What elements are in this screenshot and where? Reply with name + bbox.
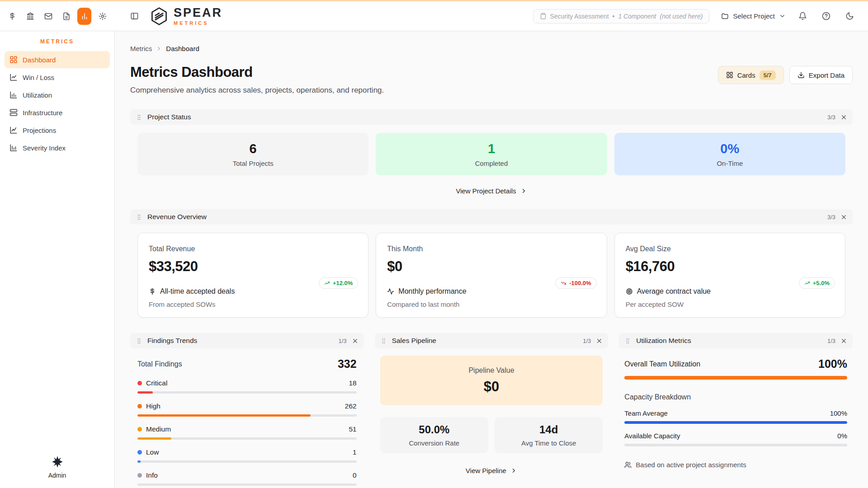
utilization-footnote: Based on active project assignments: [636, 461, 746, 469]
dark-mode-moon-icon[interactable]: [841, 8, 858, 25]
severity-count: 0: [353, 471, 357, 479]
settings-gear-icon[interactable]: [95, 8, 109, 25]
drag-handle-icon[interactable]: [136, 214, 142, 221]
cards-button[interactable]: Cards 5/7: [718, 66, 784, 84]
section-title: Findings Trends: [147, 337, 197, 345]
sidebar-item-label: Win / Loss: [23, 74, 54, 81]
severity-bar-track: [137, 437, 357, 440]
completed-value: 1: [488, 141, 495, 156]
severity-count: 51: [349, 425, 356, 433]
avg-time-to-close-card: 14d Avg Time to Close: [495, 417, 603, 453]
project-selector[interactable]: Select Project: [721, 12, 786, 20]
breadcrumb-root[interactable]: Metrics: [130, 45, 152, 52]
export-button-label: Export Data: [809, 71, 844, 79]
finding-row-info: Info 0: [137, 471, 357, 486]
severity-count: 262: [345, 402, 357, 410]
capacity-value: 0%: [837, 432, 847, 440]
spear-logo-mark-icon: [149, 6, 169, 26]
bank-icon[interactable]: [24, 8, 38, 25]
notifications-bell-icon[interactable]: [794, 8, 811, 25]
findings-trends-panel: Findings Trends 1/3 Total Findings 332: [130, 333, 364, 486]
dashboard-grid-icon: [9, 56, 18, 64]
sidebar-item-label: Utilization: [23, 91, 52, 99]
findings-trends-header: Findings Trends 1/3: [130, 333, 364, 348]
sidebar-item-dashboard[interactable]: Dashboard: [5, 51, 110, 68]
sidebar-item-label: Projections: [23, 127, 56, 134]
export-data-button[interactable]: Export Data: [789, 66, 853, 84]
severity-label: Info: [146, 471, 158, 479]
view-pipeline-link[interactable]: View Pipeline: [380, 467, 603, 474]
metrics-chart-icon[interactable]: [77, 8, 91, 25]
sales-dollar-icon[interactable]: [5, 8, 19, 25]
on-time-card: 0% On-Time: [614, 133, 845, 175]
capacity-label: Team Average: [624, 409, 668, 417]
section-counter: 3/3: [827, 114, 835, 121]
total-findings-value: 332: [338, 357, 357, 371]
clipboard-icon: [540, 13, 547, 19]
severity-count: 1: [353, 448, 357, 456]
sidebar-toggle-icon[interactable]: [126, 8, 143, 25]
severity-bar-track: [137, 391, 357, 394]
trending-up-icon: [324, 280, 330, 286]
sidebar-item-projections[interactable]: Projections: [5, 122, 110, 139]
mail-icon[interactable]: [42, 8, 56, 25]
drag-handle-icon[interactable]: [380, 338, 387, 344]
sidebar-item-infrastructure[interactable]: Infrastructure: [5, 104, 110, 121]
chevron-down-icon: [779, 13, 786, 19]
completed-label: Completed: [475, 160, 508, 167]
sidebar-item-utilization[interactable]: Utilization: [5, 86, 110, 103]
avatar: [51, 455, 64, 468]
section-counter: 1/3: [339, 338, 347, 344]
assessment-context-pill[interactable]: Security Assessment • 1 Component (not u…: [533, 9, 710, 23]
drag-handle-icon[interactable]: [624, 338, 631, 344]
sales-pipeline-panel: Sales Pipeline 1/3 Pipeline Value $0 50.…: [375, 333, 609, 486]
view-pipeline-label: View Pipeline: [466, 467, 506, 474]
trend-badge: +12.0%: [319, 277, 358, 289]
conversion-rate-value: 50.0%: [419, 423, 449, 436]
capacity-bar-track: [624, 421, 847, 424]
overall-utilization-label: Overall Team Utilization: [624, 360, 700, 368]
users-icon: [624, 461, 632, 469]
dollar-icon: [149, 288, 156, 295]
main-content: Metrics Dashboard Metrics Dashboard Comp…: [115, 31, 868, 488]
on-time-value: 0%: [720, 141, 739, 156]
close-icon[interactable]: [596, 338, 603, 344]
close-icon[interactable]: [840, 214, 847, 221]
section-title: Sales Pipeline: [392, 337, 436, 345]
severity-label: Low: [146, 448, 159, 456]
avg-time-value: 14d: [539, 423, 558, 436]
close-icon[interactable]: [352, 338, 359, 344]
sidebar-item-severity-index[interactable]: Severity Index: [5, 139, 110, 156]
target-icon: [626, 288, 633, 295]
finding-row-critical: Critical 18: [137, 379, 357, 394]
view-project-details-link[interactable]: View Project Details: [130, 187, 853, 195]
sidebar-section-label: METRICS: [5, 38, 110, 45]
severity-label: Medium: [146, 425, 171, 433]
trend-badge-value: +5.0%: [813, 280, 830, 286]
severity-bar-fill: [137, 391, 153, 394]
drag-handle-icon[interactable]: [136, 114, 142, 121]
spear-logo[interactable]: SPEAR METRICS: [149, 6, 222, 26]
help-icon[interactable]: [817, 8, 835, 25]
severity-label: Critical: [146, 379, 167, 387]
avg-deal-size-card: Avg Deal Size $16,760 +5.0% Average cont…: [614, 233, 845, 318]
capacity-value: 100%: [830, 409, 847, 417]
trending-up-icon: [804, 280, 810, 286]
sales-pipeline-header: Sales Pipeline 1/3: [375, 333, 609, 348]
page-subtitle: Comprehensive analytics across sales, pr…: [130, 86, 384, 95]
card-value: $16,760: [626, 258, 834, 275]
user-menu[interactable]: Admin: [5, 455, 110, 479]
user-name: Admin: [48, 472, 66, 479]
finding-row-low: Low 1: [137, 448, 357, 463]
severity-label: High: [146, 402, 160, 410]
document-icon[interactable]: [59, 8, 73, 25]
card-label: Total Revenue: [149, 245, 357, 253]
trend-badge-value: -100.0%: [569, 280, 591, 286]
close-icon[interactable]: [840, 114, 847, 121]
trend-badge: +5.0%: [799, 277, 835, 289]
drag-handle-icon[interactable]: [136, 338, 142, 344]
finding-row-high: High 262: [137, 402, 357, 417]
severity-bar-fill: [137, 460, 141, 463]
close-icon[interactable]: [840, 338, 847, 344]
sidebar-item-win-loss[interactable]: Win / Loss: [5, 69, 110, 86]
